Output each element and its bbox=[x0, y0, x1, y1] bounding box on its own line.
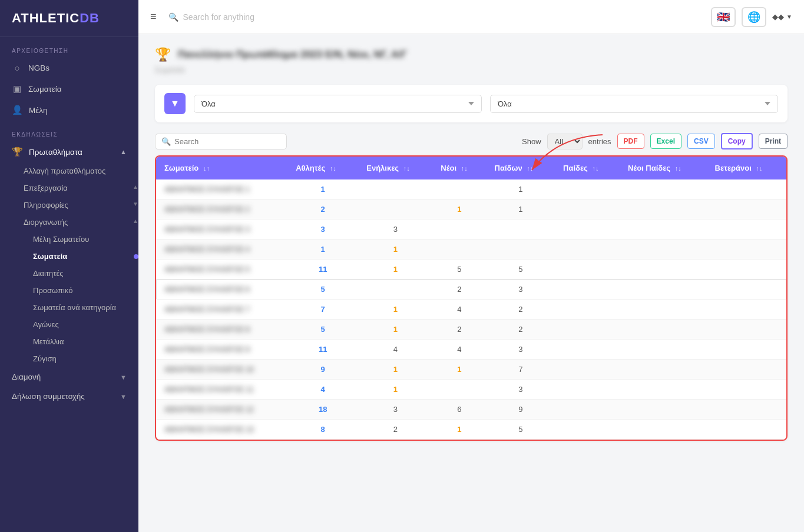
table-row[interactable]: ΑΘΛΗΤΙΚΟΣ ΣΥΛΛΟΓΟΣ 911443 bbox=[156, 340, 786, 360]
cell-athlites: 5 bbox=[287, 280, 358, 300]
sidebar-sub-diorganotis[interactable]: Διοργανωτής ▲ bbox=[0, 214, 138, 231]
sort-icon-somatheio: ↓↑ bbox=[203, 165, 210, 172]
expand-icon-epexergasia: ▲ bbox=[133, 184, 138, 190]
excel-button[interactable]: Excel bbox=[650, 134, 681, 149]
cell-veteranoi bbox=[707, 400, 786, 420]
sidebar-sub-pliroforias[interactable]: Πληροφορίες ▼ bbox=[0, 197, 138, 214]
sidebar-sub-label-meli-somateiou: Μέλη Σωματείου bbox=[33, 235, 89, 244]
header-paides[interactable]: Παίδες ↑↓ bbox=[555, 157, 620, 179]
cell-paidon: 2 bbox=[487, 320, 555, 340]
cell-somatheio: ΑΘΛΗΤΙΚΟΣ ΣΥΛΛΟΓΟΣ 4 bbox=[156, 240, 287, 260]
filter-select-2[interactable]: Όλα bbox=[490, 95, 778, 113]
globe-button[interactable]: 🌐 bbox=[742, 7, 766, 27]
expand-icon-prwtathlimata: ▲ bbox=[120, 148, 127, 155]
sidebar-sub-somateia-kategoria[interactable]: Σωματεία ανά κατηγορία bbox=[0, 299, 138, 316]
table-row[interactable]: ΑΘΛΗΤΙΚΟΣ ΣΥΛΛΟΓΟΣ 511155 bbox=[156, 260, 786, 280]
cell-neoi-paides bbox=[620, 320, 707, 340]
cell-neoi-paides bbox=[620, 380, 707, 400]
section-label-events: ΕΚΔΗΛΩΣΕΙΣ bbox=[0, 121, 138, 141]
cell-athlites: 8 bbox=[287, 420, 358, 440]
print-button[interactable]: Print bbox=[759, 134, 788, 149]
logo-db: DB bbox=[80, 11, 100, 25]
table-row[interactable]: ΑΘΛΗΤΙΚΟΣ ΣΥΛΛΟΓΟΣ 85122 bbox=[156, 320, 786, 340]
pdf-button[interactable]: PDF bbox=[617, 134, 644, 149]
language-button[interactable]: 🇬🇧 bbox=[711, 7, 736, 27]
sidebar-sub-prosopiko[interactable]: Προσωπικό bbox=[0, 282, 138, 299]
sidebar-sub-label-somateia-kategoria: Σωματεία ανά κατηγορία bbox=[33, 303, 116, 312]
cell-somatheio: ΑΘΛΗΤΙΚΟΣ ΣΥΛΛΟΓΟΣ 9 bbox=[156, 340, 287, 360]
sidebar-sub-meli-somateiou[interactable]: Μέλη Σωματείου bbox=[0, 231, 138, 248]
sidebar-sub-somateia-active[interactable]: Σωματεία bbox=[0, 248, 138, 265]
table-row[interactable]: ΑΘΛΗΤΙΚΟΣ ΣΥΛΛΟΓΟΣ 77142 bbox=[156, 300, 786, 320]
sidebar-sub-label-allagi: Αλλαγή πρωταθλήματος bbox=[24, 167, 105, 175]
header-row: Σωματείο ↓↑ Αθλητές ↑↓ Ενήλικες ↑↓ Νέο bbox=[156, 157, 786, 179]
sidebar-item-meli[interactable]: 👤 Μέλη bbox=[0, 99, 138, 121]
sidebar-sub-epexergasia[interactable]: Επεξεργασία ▲ bbox=[0, 179, 138, 197]
sort-icon-athlites: ↑↓ bbox=[330, 165, 336, 172]
header-neoi[interactable]: Νέοι ↑↓ bbox=[432, 157, 486, 179]
sidebar: ATHLETICDB ΑΡΧΕΙΟΘΕΤΗΣΗ ○ NGBs ▣ Σωματεί… bbox=[0, 0, 138, 532]
table-row[interactable]: ΑΘΛΗΤΙΚΟΣ ΣΥΛΛΟΓΟΣ 411 bbox=[156, 240, 786, 260]
header-label-veteranoi: Βετεράνοι bbox=[715, 164, 752, 172]
sidebar-sub-label-somateia-active: Σωματεία bbox=[33, 252, 67, 261]
menu-icon[interactable]: ≡ bbox=[150, 11, 157, 23]
cell-paides bbox=[555, 260, 620, 280]
table-row[interactable]: ΑΘΛΗΤΙΚΟΣ ΣΥΛΛΟΓΟΣ 111 bbox=[156, 179, 786, 200]
cell-enilikes bbox=[358, 280, 432, 300]
sidebar-item-ngbs[interactable]: ○ NGBs bbox=[0, 58, 138, 78]
entries-select[interactable]: All 10 25 50 100 bbox=[547, 134, 583, 149]
search-placeholder: Search for anything bbox=[183, 12, 254, 22]
user-menu[interactable]: ◆◆ ▼ bbox=[772, 12, 792, 21]
cell-paides bbox=[555, 400, 620, 420]
cell-veteranoi bbox=[707, 220, 786, 240]
table-row[interactable]: ΑΘΛΗΤΙΚΟΣ ΣΥΛΛΟΓΟΣ 138215 bbox=[156, 420, 786, 440]
show-label: Show bbox=[522, 137, 541, 146]
cell-paides bbox=[555, 380, 620, 400]
header-paidon[interactable]: Παίδων ↑↓ bbox=[487, 157, 555, 179]
sidebar-sub-label-metallia: Μετάλλια bbox=[33, 337, 64, 346]
sidebar-sub-label-pliroforias: Πληροφορίες bbox=[24, 201, 68, 210]
csv-button[interactable]: CSV bbox=[687, 134, 715, 149]
sidebar-item-diamoni[interactable]: Διαμονή ▼ bbox=[0, 367, 138, 387]
cell-somatheio: ΑΘΛΗΤΙΚΟΣ ΣΥΛΛΟΓΟΣ 6 bbox=[156, 280, 287, 300]
header-somatheio[interactable]: Σωματείο ↓↑ bbox=[156, 157, 287, 179]
sidebar-item-dilosi[interactable]: Δήλωση συμμετοχής ▼ bbox=[0, 387, 138, 406]
table-row[interactable]: ΑΘΛΗΤΙΚΟΣ ΣΥΛΛΟΓΟΣ 109117 bbox=[156, 360, 786, 380]
header-veteranoi[interactable]: Βετεράνοι ↑↓ bbox=[707, 157, 786, 179]
table-row[interactable]: ΑΘΛΗΤΙΚΟΣ ΣΥΛΛΟΓΟΣ 11413 bbox=[156, 380, 786, 400]
sidebar-sub-metallia[interactable]: Μετάλλια bbox=[0, 333, 138, 350]
sidebar-sub-agones[interactable]: Αγώνες bbox=[0, 316, 138, 333]
page-header: 🏆 Πανελλήνιο Πρωτάθλημα 2023 Ε/Ν, Νέοι, … bbox=[155, 47, 788, 62]
somateia-table: Σωματείο ↓↑ Αθλητές ↑↓ Ενήλικες ↑↓ Νέο bbox=[156, 157, 786, 440]
header-enilikes[interactable]: Ενήλικες ↑↓ bbox=[358, 157, 432, 179]
header-neoi-paides[interactable]: Νέοι Παίδες ↑↓ bbox=[620, 157, 707, 179]
cell-neoi: 5 bbox=[432, 260, 486, 280]
table-row[interactable]: ΑΘΛΗΤΙΚΟΣ ΣΥΛΛΟΓΟΣ 6523 bbox=[156, 280, 786, 300]
sidebar-sub-diaitites[interactable]: Διαιτητές bbox=[0, 265, 138, 282]
active-dot bbox=[134, 254, 138, 259]
sidebar-sub-allagi[interactable]: Αλλαγή πρωταθλήματος bbox=[0, 162, 138, 179]
filter-select-1[interactable]: Όλα bbox=[194, 95, 482, 113]
search-box: 🔍 bbox=[155, 134, 287, 149]
cell-neoi-paides bbox=[620, 400, 707, 420]
sidebar-item-prwtathlimata[interactable]: 🏆 Πρωταθλήματα ▲ bbox=[0, 141, 138, 162]
somateia-icon: ▣ bbox=[12, 84, 22, 94]
cell-neoi-paides bbox=[620, 179, 707, 200]
table-row[interactable]: ΑΘΛΗΤΙΚΟΣ ΣΥΛΛΟΓΟΣ 333 bbox=[156, 220, 786, 240]
table-row[interactable]: ΑΘΛΗΤΙΚΟΣ ΣΥΛΛΟΓΟΣ 1218369 bbox=[156, 400, 786, 420]
meli-icon: 👤 bbox=[12, 105, 23, 115]
sidebar-sub-zyghisi[interactable]: Ζύγιση bbox=[0, 350, 138, 367]
cell-enilikes bbox=[358, 200, 432, 220]
sort-icon-enilikes: ↑↓ bbox=[403, 165, 410, 172]
header-label-paidon: Παίδων bbox=[495, 164, 522, 172]
copy-button[interactable]: Copy bbox=[721, 133, 753, 149]
search-input[interactable] bbox=[174, 137, 280, 146]
search-box-icon: 🔍 bbox=[161, 137, 171, 146]
cell-paidon: 7 bbox=[487, 360, 555, 380]
cell-neoi bbox=[432, 179, 486, 200]
table-row[interactable]: ΑΘΛΗΤΙΚΟΣ ΣΥΛΛΟΓΟΣ 2211 bbox=[156, 200, 786, 220]
header-athlites[interactable]: Αθλητές ↑↓ bbox=[287, 157, 358, 179]
sidebar-item-somateia[interactable]: ▣ Σωματεία bbox=[0, 78, 138, 99]
cell-veteranoi bbox=[707, 179, 786, 200]
search-icon: 🔍 bbox=[168, 12, 178, 22]
